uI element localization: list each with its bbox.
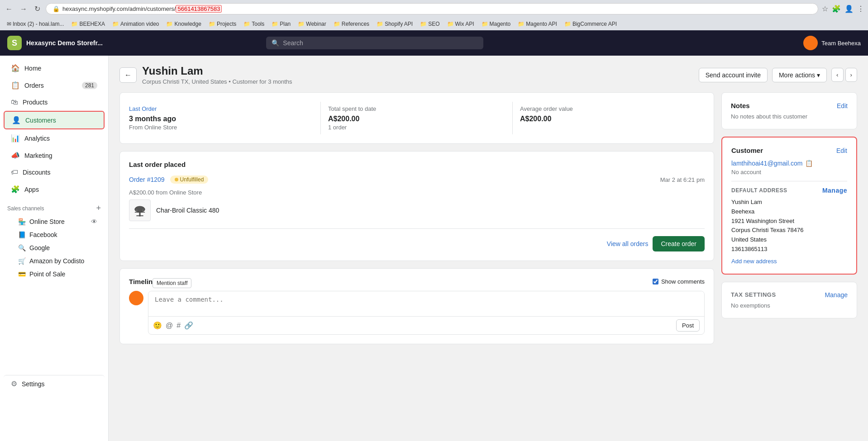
- page-header: ← Yushin Lam Corpus Christi TX, United S…: [119, 65, 857, 85]
- prev-customer-btn[interactable]: ‹: [831, 68, 843, 82]
- top-nav-right: Team Beehexa: [803, 36, 861, 50]
- add-address-link[interactable]: Add new address: [731, 258, 847, 265]
- back-nav-btn[interactable]: ←: [4, 3, 14, 15]
- sidebar-item-settings[interactable]: ⚙ Settings: [4, 375, 105, 392]
- more-actions-button[interactable]: More actions ▾: [772, 68, 827, 82]
- copy-email-icon[interactable]: 📋: [805, 160, 813, 167]
- url-text: hexasync.myshopify.com/admin/customers/5…: [62, 5, 811, 12]
- svg-point-1: [135, 206, 145, 213]
- send-invite-button[interactable]: Send account invite: [699, 68, 768, 82]
- extensions-btn[interactable]: 🧩: [832, 5, 841, 13]
- total-spent-value: A$200.00: [328, 115, 505, 123]
- sidebar-item-label: Analytics: [24, 135, 50, 142]
- sidebar-item-analytics[interactable]: 📊 Analytics: [4, 130, 105, 147]
- emoji-btn[interactable]: 🙂: [153, 321, 162, 330]
- bookmark-references[interactable]: 📁 References: [330, 19, 372, 28]
- chevron-down-icon: ▾: [817, 71, 820, 79]
- customers-icon: 👤: [12, 116, 21, 124]
- sidebar-item-label: Discounts: [23, 169, 50, 176]
- sidebar-item-pos[interactable]: 💳 Point of Sale: [4, 268, 105, 280]
- comment-input[interactable]: [148, 291, 704, 315]
- channel-label: Point of Sale: [29, 270, 65, 278]
- svg-rect-4: [135, 212, 145, 213]
- settings-label: Settings: [22, 380, 45, 388]
- nav-arrows: ‹ ›: [831, 68, 857, 82]
- view-orders-button[interactable]: View all orders: [607, 240, 649, 247]
- bookmark-magento[interactable]: 📁 Magento: [478, 19, 514, 28]
- forward-nav-btn[interactable]: →: [18, 3, 29, 15]
- bookmark-magento-api[interactable]: 📁 Magento API: [515, 19, 560, 28]
- bookmark-tools[interactable]: 📁 Tools: [240, 19, 267, 28]
- next-customer-btn[interactable]: ›: [845, 68, 857, 82]
- bookmark-webinar[interactable]: 📁 Webinar: [295, 19, 329, 28]
- sidebar-item-label: Apps: [24, 186, 39, 193]
- content-area: Last Order 3 months ago From Online Stor…: [119, 92, 857, 351]
- store-logo[interactable]: S Hexasync Demo Storefr...: [7, 36, 103, 50]
- attachment-btn[interactable]: 🔗: [184, 321, 193, 330]
- manage-address-link[interactable]: Manage: [822, 187, 847, 194]
- sidebar-item-products[interactable]: 🛍 Products: [4, 94, 105, 110]
- last-order-link[interactable]: Last Order: [129, 105, 313, 112]
- bookmark-inbox[interactable]: ✉ Inbox (2) - hoai.lam...: [4, 19, 67, 28]
- customer-edit-link[interactable]: Edit: [836, 147, 847, 154]
- show-comments-toggle[interactable]: Show comments: [653, 278, 705, 285]
- right-panel: Notes Edit No notes about this customer …: [721, 92, 857, 351]
- orders-badge: 281: [82, 82, 97, 89]
- sidebar-item-google[interactable]: 🔍 Google: [4, 242, 105, 254]
- team-badge[interactable]: Team Beehexa: [803, 36, 861, 50]
- order-section-title: Last order placed: [129, 161, 186, 168]
- order-number-link[interactable]: Order #1209: [129, 176, 165, 183]
- profile-btn[interactable]: 👤: [844, 5, 854, 13]
- customer-email: lamthihoai41@gmail.com 📋: [731, 160, 847, 167]
- svg-marker-7: [133, 294, 140, 302]
- bookmark-animation[interactable]: 📁 Animation video: [109, 19, 162, 28]
- bookmark-bigcommerce[interactable]: 📁 BigCommerce API: [561, 19, 620, 28]
- bookmark-projects[interactable]: 📁 Projects: [205, 19, 239, 28]
- customer-info-title: Customer: [731, 147, 763, 154]
- stats-card: Last Order 3 months ago From Online Stor…: [119, 92, 714, 144]
- tax-manage-link[interactable]: Manage: [825, 291, 848, 299]
- actions-row: View all orders Create order: [129, 228, 705, 251]
- url-highlight: 5661413867583: [176, 5, 222, 13]
- post-comment-button[interactable]: Post: [676, 319, 700, 332]
- sidebar-item-amazon[interactable]: 🛒 Amazon by Codisto: [4, 255, 105, 267]
- bookmark-star-btn[interactable]: ☆: [822, 5, 828, 13]
- sidebar-item-facebook[interactable]: 📘 Facebook: [4, 228, 105, 241]
- url-bar[interactable]: 🔒 hexasync.myshopify.com/admin/customers…: [46, 3, 818, 14]
- sidebar-item-online-store[interactable]: 🏪 Online Store 👁: [4, 215, 105, 228]
- bookmark-beehexa[interactable]: 📁 BEEHEXA: [68, 19, 108, 28]
- back-button[interactable]: ←: [119, 67, 137, 83]
- create-order-button[interactable]: Create order: [653, 236, 705, 251]
- sidebar-item-orders[interactable]: 📋 Orders 281: [4, 77, 105, 94]
- sidebar-item-marketing[interactable]: 📣 Marketing: [4, 147, 105, 164]
- marketing-icon: 📣: [11, 151, 20, 160]
- bookmark-shopify-api[interactable]: 📁 Shopify API: [373, 19, 416, 28]
- comment-section: Mention staff 🙂: [129, 291, 705, 335]
- bookmark-plan[interactable]: 📁 Plan: [268, 19, 294, 28]
- channel-label: Online Store: [29, 218, 65, 225]
- online-store-icon: 🏪: [18, 218, 26, 225]
- sidebar-item-home[interactable]: 🏠 Home: [4, 60, 105, 76]
- mention-staff-button[interactable]: Mention staff: [153, 278, 191, 288]
- reload-btn[interactable]: ↻: [33, 3, 42, 15]
- bookmark-seo[interactable]: 📁 SEO: [417, 19, 443, 28]
- sidebar-item-customers[interactable]: 👤 Customers: [4, 111, 105, 129]
- mention-btn[interactable]: @: [166, 322, 173, 330]
- bookmark-knowledge[interactable]: 📁 Knowledge: [163, 19, 204, 28]
- page-header-right: Send account invite More actions ▾ ‹ ›: [699, 68, 857, 82]
- svg-rect-3: [136, 215, 143, 216]
- analytics-icon: 📊: [11, 134, 20, 142]
- add-sales-channel-btn[interactable]: +: [96, 204, 101, 213]
- team-name: Team Beehexa: [821, 40, 861, 47]
- sidebar-item-apps[interactable]: 🧩 Apps: [4, 181, 105, 198]
- bookmarks-bar: ✉ Inbox (2) - hoai.lam... 📁 BEEHEXA 📁 An…: [4, 18, 864, 30]
- sidebar-item-discounts[interactable]: 🏷 Discounts: [4, 164, 105, 180]
- hashtag-btn[interactable]: #: [176, 322, 181, 330]
- bookmark-wix[interactable]: 📁 Wix API: [444, 19, 477, 28]
- last-order-sub: From Online Store: [129, 124, 313, 131]
- menu-btn[interactable]: ⋮: [857, 5, 864, 13]
- show-comments-checkbox[interactable]: [653, 279, 658, 285]
- search-input[interactable]: [283, 39, 478, 47]
- notes-edit-link[interactable]: Edit: [837, 102, 848, 109]
- timeline-card: Timeline Show comments Mention staff: [119, 268, 714, 344]
